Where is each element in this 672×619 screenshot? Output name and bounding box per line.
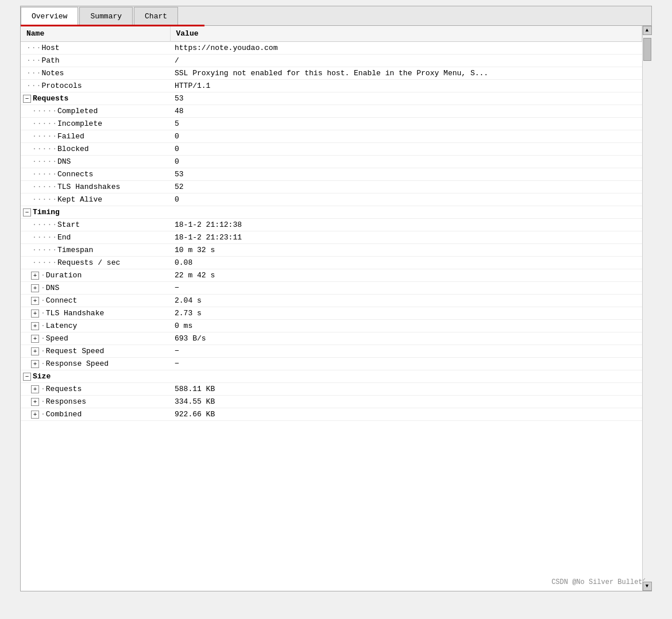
row-label-tls-handshake: TLS Handshake (46, 309, 104, 318)
collapse-icon-size[interactable]: − (23, 373, 31, 381)
dot-connector-req-speed: · (41, 347, 46, 355)
row-label-speed: Speed (46, 334, 68, 343)
tab-overview[interactable]: Overview (21, 7, 78, 26)
value-cell-resp-speed: − (170, 358, 642, 370)
table-row: +·Latency0 ms (21, 320, 642, 332)
table-row: ·····Incomplete5 (21, 118, 642, 130)
row-label-incomplete: Incomplete (57, 119, 102, 128)
value-cell-latency: 0 ms (170, 320, 642, 332)
table-row: ·····End18-1-2 21:23:11 (21, 231, 642, 244)
value-cell-connects: 53 (170, 168, 642, 181)
row-label-path: Path (41, 56, 59, 65)
collapse-icon-timing[interactable]: − (23, 208, 31, 216)
table-row: ·····DNS0 (21, 156, 642, 168)
expand-icon-size-combined[interactable]: + (31, 411, 39, 419)
row-label-dns-req: DNS (57, 157, 71, 166)
name-cell-req-speed: +·Request Speed (21, 345, 170, 358)
expand-icon-req-speed[interactable]: + (31, 347, 39, 355)
value-cell-tls-handshake: 2.73 s (170, 307, 642, 320)
name-cell-resp-speed: +·Response Speed (21, 358, 170, 370)
row-label-resp-speed: Response Speed (46, 359, 109, 368)
name-cell-size-combined: +·Combined (21, 408, 170, 421)
name-cell-connect: +·Connect (21, 295, 170, 307)
name-cell-path: ···Path (21, 55, 170, 67)
dot-connector-duration: · (41, 271, 46, 280)
value-cell-dns-req: 0 (170, 156, 642, 168)
expand-icon-duration[interactable]: + (31, 272, 39, 280)
name-cell-requests: −Requests (21, 92, 170, 105)
scrollbar[interactable]: ▲ ▼ (642, 26, 651, 591)
name-cell-size: −Size (21, 370, 170, 383)
scrollbar-up-button[interactable]: ▲ (643, 26, 652, 35)
expand-icon-size-responses[interactable]: + (31, 398, 39, 406)
table-row: ·····Completed48 (21, 105, 642, 118)
overview-table-area: Name Value ···Hosthttps://note.youdao.co… (21, 26, 642, 591)
value-cell-speed: 693 B/s (170, 332, 642, 345)
expand-icon-dns-timing[interactable]: + (31, 284, 39, 292)
overview-table: Name Value ···Hosthttps://note.youdao.co… (21, 26, 642, 421)
value-cell-tls-handshakes: 52 (170, 181, 642, 194)
value-cell-path: / (170, 55, 642, 67)
watermark: CSDN @No Silver Bullet✓ (551, 577, 646, 586)
name-cell-protocols: ···Protocols (21, 80, 170, 92)
value-cell-kept-alive: 0 (170, 194, 642, 206)
row-label-size-responses: Responses (46, 397, 86, 406)
table-row: ·····Failed0 (21, 130, 642, 143)
name-cell-size-responses: +·Responses (21, 396, 170, 408)
expand-icon-latency[interactable]: + (31, 322, 39, 330)
table-row: +·TLS Handshake2.73 s (21, 307, 642, 320)
table-row: −Timing (21, 206, 642, 219)
name-cell-blocked: ·····Blocked (21, 143, 170, 156)
name-cell-failed: ·····Failed (21, 130, 170, 143)
name-cell-tls-handshake: +·TLS Handshake (21, 307, 170, 320)
expand-icon-connect[interactable]: + (31, 297, 39, 305)
name-cell-notes: ···Notes (21, 67, 170, 80)
row-label-connects: Connects (57, 170, 93, 179)
table-row: +·Speed693 B/s (21, 332, 642, 345)
expand-icon-speed[interactable]: + (31, 335, 39, 343)
row-label-size-combined: Combined (46, 410, 82, 419)
tab-bar: OverviewSummaryChart (21, 6, 651, 26)
watermark-text: CSDN @No Silver Bullet (551, 578, 642, 586)
expand-icon-resp-speed[interactable]: + (31, 360, 39, 368)
row-label-protocols: Protocols (41, 82, 82, 90)
value-cell-protocols: HTTP/1.1 (170, 80, 642, 92)
row-label-kept-alive: Kept Alive (57, 195, 102, 204)
dot-connector-size-combined: · (41, 410, 46, 419)
table-row: +·Responses334.55 KB (21, 396, 642, 408)
table-row: +·Duration22 m 42 s (21, 269, 642, 282)
dot-connector-dns-timing: · (41, 284, 46, 292)
value-cell-host: https://note.youdao.com (170, 42, 642, 55)
table-row: +·DNS− (21, 282, 642, 295)
row-label-duration: Duration (46, 271, 82, 280)
value-cell-size (170, 370, 642, 383)
table-row: −Requests53 (21, 92, 642, 105)
value-cell-dns-timing: − (170, 282, 642, 295)
table-row: ·····Connects53 (21, 168, 642, 181)
expand-icon-tls-handshake[interactable]: + (31, 310, 39, 318)
table-row: +·Request Speed− (21, 345, 642, 358)
watermark-sup: ✓ (643, 577, 646, 583)
collapse-icon-requests[interactable]: − (23, 95, 31, 103)
value-cell-failed: 0 (170, 130, 642, 143)
table-row: ·····Start18-1-2 21:12:38 (21, 219, 642, 231)
tab-chart[interactable]: Chart (134, 7, 178, 26)
tab-summary[interactable]: Summary (79, 7, 133, 26)
tab-active-underline (21, 25, 204, 26)
row-label-failed: Failed (57, 132, 84, 141)
section-label-size: Size (33, 372, 51, 381)
table-row: ·····Requests / sec0.08 (21, 257, 642, 269)
expand-icon-size-requests[interactable]: + (31, 385, 39, 393)
table-row: ·····Blocked0 (21, 143, 642, 156)
row-label-size-requests: Requests (46, 385, 82, 393)
row-label-connect: Connect (46, 296, 78, 305)
value-cell-requests: 53 (170, 92, 642, 105)
column-value-header: Value (170, 26, 642, 42)
value-cell-completed: 48 (170, 105, 642, 118)
scrollbar-thumb[interactable] (643, 38, 651, 61)
row-label-req-speed: Request Speed (46, 347, 104, 355)
value-cell-incomplete: 5 (170, 118, 642, 130)
name-cell-connects: ·····Connects (21, 168, 170, 181)
name-cell-kept-alive: ·····Kept Alive (21, 194, 170, 206)
name-cell-start: ·····Start (21, 219, 170, 231)
